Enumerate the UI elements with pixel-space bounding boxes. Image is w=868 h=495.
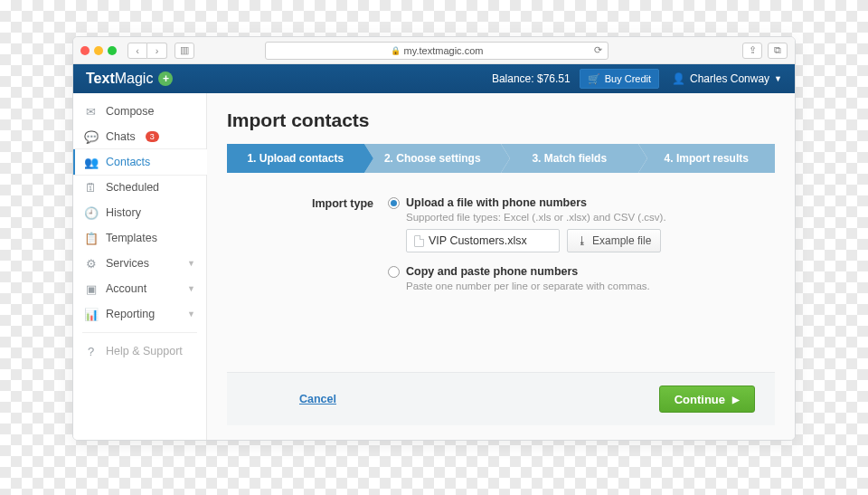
services-icon: ⚙ [84, 257, 98, 271]
step-import-results[interactable]: 4. Import results [638, 144, 776, 173]
templates-icon: 📋 [84, 232, 98, 245]
option-label: Copy and paste phone numbers [406, 265, 578, 278]
step-upload-contacts[interactable]: 1. Upload contacts [227, 144, 364, 173]
file-icon [414, 235, 424, 247]
sidebar-item-label: Templates [106, 232, 157, 244]
lock-icon: 🔒 [391, 46, 401, 55]
sidebar-item-label: Help & Support [106, 345, 183, 357]
sidebar-item-label: Scheduled [106, 181, 159, 194]
balance-label: Balance: [492, 72, 534, 85]
sidebar-item-contacts[interactable]: 👥 Contacts [73, 149, 206, 175]
brand-part1: Text [86, 71, 115, 86]
file-name: VIP Customers.xlsx [429, 234, 527, 247]
sidebar-item-history[interactable]: 🕘 History [73, 200, 206, 225]
sidebar-item-templates[interactable]: 📋 Templates [73, 225, 206, 251]
import-type-label: Import type [227, 196, 388, 298]
sidebar-item-help[interactable]: ? Help & Support [73, 338, 206, 364]
sidebar-item-label: Chats [106, 130, 136, 143]
user-icon: 👤 [672, 72, 685, 85]
chevron-down-icon: ▼ [187, 259, 195, 268]
continue-button[interactable]: Continue ▶ [659, 386, 755, 413]
step-label: 1. Upload contacts [247, 152, 344, 165]
example-file-label: Example file [592, 234, 651, 247]
buy-credit-label: Buy Credit [605, 73, 651, 84]
user-name: Charles Conway [690, 72, 769, 85]
window-controls [80, 46, 117, 55]
form-footer: Cancel Continue ▶ [227, 372, 775, 425]
balance-value: $76.51 [537, 72, 571, 85]
option-label: Upload a file with phone numbers [406, 196, 587, 209]
step-label: 4. Import results [665, 152, 749, 165]
brand-part2: Magic [115, 71, 154, 86]
help-icon: ? [84, 345, 98, 358]
app-body: ✉ Compose 💬 Chats 3 👥 Contacts 🗓 Schedul… [73, 93, 795, 440]
radio-copy-paste[interactable] [388, 266, 400, 278]
option-upload-file[interactable]: Upload a file with phone numbers [388, 196, 775, 209]
import-form: Import type Upload a file with phone num… [227, 189, 775, 305]
step-label: 3. Match fields [532, 152, 607, 165]
option-hint: Supported file types: Excel (.xls or .xl… [406, 212, 775, 223]
step-choose-settings[interactable]: 2. Choose settings [364, 144, 502, 173]
chevron-right-icon: ▶ [732, 395, 740, 405]
file-input[interactable]: VIP Customers.xlsx [406, 229, 560, 252]
sidebar-item-label: Reporting [106, 308, 155, 320]
share-button[interactable]: ⇪ [742, 43, 762, 59]
buy-credit-button[interactable]: 🛒 Buy Credit [580, 69, 659, 89]
chevron-down-icon: ▼ [774, 74, 782, 83]
forward-button[interactable]: › [147, 43, 167, 59]
brand-logo[interactable]: TextMagic + [86, 71, 173, 87]
main-content: Import contacts 1. Upload contacts 2. Ch… [207, 93, 795, 440]
download-icon: ⭳ [577, 234, 588, 247]
close-window-icon[interactable] [80, 46, 90, 55]
sidebar-item-label: History [106, 206, 141, 219]
url-text: my.textmagic.com [404, 45, 484, 56]
sidebar-divider [82, 332, 197, 333]
sidebar-item-label: Compose [106, 105, 155, 118]
history-icon: 🕘 [84, 206, 98, 220]
back-button[interactable]: ‹ [127, 43, 147, 59]
sidebar-item-services[interactable]: ⚙ Services ▼ [73, 251, 206, 276]
account-icon: ▣ [84, 282, 98, 296]
radio-upload-file[interactable] [388, 197, 400, 209]
nav-arrows: ‹ › [127, 43, 167, 59]
wizard-steps: 1. Upload contacts 2. Choose settings 3.… [227, 144, 775, 173]
compose-icon: ✉ [84, 105, 98, 119]
step-match-fields[interactable]: 3. Match fields [501, 144, 638, 173]
reload-icon[interactable]: ⟳ [594, 44, 602, 56]
minimize-window-icon[interactable] [94, 46, 103, 55]
cancel-link[interactable]: Cancel [299, 393, 336, 405]
option-hint: Paste one number per line or separate wi… [406, 281, 775, 291]
scheduled-icon: 🗓 [84, 181, 98, 195]
sidebar-item-reporting[interactable]: 📊 Reporting ▼ [73, 301, 206, 327]
chevron-down-icon: ▼ [187, 284, 195, 293]
reporting-icon: 📊 [84, 308, 98, 321]
balance-display: Balance: $76.51 [492, 72, 571, 85]
chats-badge: 3 [146, 131, 159, 142]
page-title: Import contacts [227, 109, 775, 131]
sidebar-item-chats[interactable]: 💬 Chats 3 [73, 124, 206, 149]
plus-icon[interactable]: + [158, 71, 173, 86]
zoom-window-icon[interactable] [108, 46, 117, 55]
tabs-button[interactable]: ⧉ [768, 43, 788, 59]
option-copy-paste[interactable]: Copy and paste phone numbers [388, 265, 775, 278]
contacts-icon: 👥 [84, 156, 98, 169]
sidebar-toggle-button[interactable]: ▥ [175, 43, 194, 59]
sidebar-item-account[interactable]: ▣ Account ▼ [73, 276, 206, 301]
chats-icon: 💬 [84, 130, 98, 144]
sidebar-item-label: Contacts [106, 156, 150, 168]
sidebar: ✉ Compose 💬 Chats 3 👥 Contacts 🗓 Schedul… [73, 93, 207, 440]
continue-label: Continue [675, 393, 725, 406]
sidebar-item-label: Account [106, 282, 146, 295]
example-file-button[interactable]: ⭳ Example file [567, 229, 661, 252]
sidebar-item-compose[interactable]: ✉ Compose [73, 99, 206, 124]
browser-toolbar: ‹ › ▥ 🔒 my.textmagic.com ⟳ ⇪ ⧉ [73, 37, 795, 64]
browser-window: ‹ › ▥ 🔒 my.textmagic.com ⟳ ⇪ ⧉ TextMagic… [72, 36, 796, 441]
sidebar-item-label: Services [106, 257, 149, 270]
step-label: 2. Choose settings [384, 152, 481, 165]
app-header: TextMagic + Balance: $76.51 🛒 Buy Credit… [73, 64, 795, 93]
chevron-down-icon: ▼ [187, 309, 195, 319]
address-bar[interactable]: 🔒 my.textmagic.com ⟳ [265, 42, 609, 60]
user-menu[interactable]: 👤 Charles Conway ▼ [672, 72, 782, 85]
sidebar-item-scheduled[interactable]: 🗓 Scheduled [73, 175, 206, 200]
cart-icon: 🛒 [588, 73, 600, 85]
